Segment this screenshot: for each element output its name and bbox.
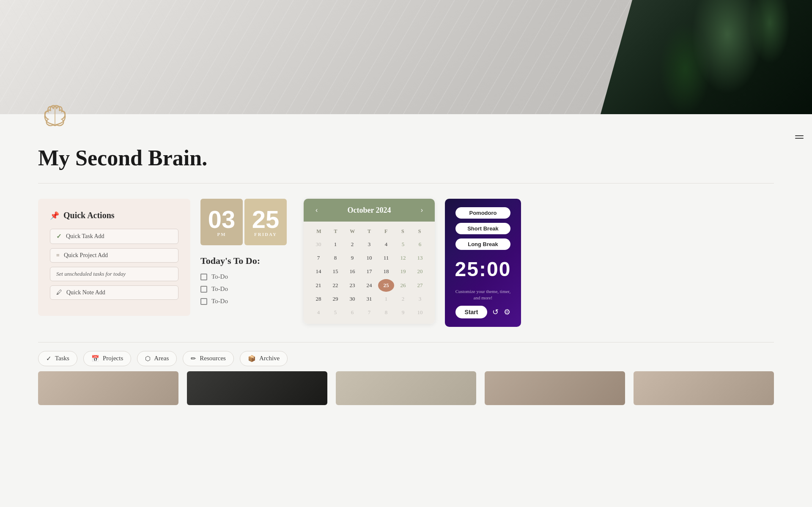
resources-image <box>485 371 625 405</box>
nav-card-projects[interactable]: 📅 Projects <box>83 351 131 366</box>
day-S2: S <box>411 227 428 236</box>
calendar-date[interactable]: 12 <box>395 252 411 264</box>
calendar-date[interactable]: 6 <box>412 238 428 251</box>
calendar-dates: 3012345678910111213141516171819202122232… <box>310 238 428 319</box>
day-S1: S <box>395 227 411 236</box>
quick-task-add-button[interactable]: ✓ Quick Task Add <box>50 229 178 244</box>
pomodoro-mode-button[interactable]: Pomodoro <box>455 207 510 219</box>
calendar-date[interactable]: 7 <box>361 306 377 319</box>
calendar-date[interactable]: 30 <box>310 238 326 251</box>
calendar-date[interactable]: 30 <box>344 293 360 305</box>
calendar-date[interactable]: 5 <box>327 306 343 319</box>
list-icon: ≡ <box>56 252 60 259</box>
pomodoro-subtitle: Customize your theme, timer, and more! <box>452 288 514 301</box>
main-widgets-row: 📌 Quick Actions ✓ Quick Task Add ≡ Quick… <box>0 184 812 342</box>
todo-checkbox-1[interactable] <box>200 274 207 280</box>
calendar-date[interactable]: 7 <box>310 252 326 264</box>
calendar-date[interactable]: 23 <box>344 279 360 292</box>
set-unscheduled-button[interactable]: Set unscheduled tasks for today <box>50 267 178 281</box>
quick-note-add-button[interactable]: 🖊 Quick Note Add <box>50 285 178 300</box>
calendar-date[interactable]: 15 <box>327 265 343 278</box>
calendar-date[interactable]: 14 <box>310 265 326 278</box>
quick-project-add-button[interactable]: ≡ Quick Project Add <box>50 248 178 263</box>
calendar-date[interactable]: 2 <box>344 238 360 251</box>
short-break-button[interactable]: Short Break <box>455 223 510 234</box>
todo-item-2[interactable]: To-Do <box>200 285 294 293</box>
day-T1: T <box>327 227 344 236</box>
todo-checkbox-2[interactable] <box>200 286 207 293</box>
calendar-date[interactable]: 18 <box>378 265 394 278</box>
calendar-date[interactable]: 4 <box>310 306 326 319</box>
areas-image <box>336 371 476 405</box>
pomodoro-start-button[interactable]: Start <box>455 306 488 318</box>
calendar-date[interactable]: 27 <box>412 279 428 292</box>
pomodoro-reset-button[interactable]: ↺ <box>492 307 499 317</box>
todo-section: Today's To Do: To-Do To-Do To-Do <box>200 255 294 305</box>
calendar-date[interactable]: 20 <box>412 265 428 278</box>
calendar-date[interactable]: 13 <box>412 252 428 264</box>
quick-actions-widget: 📌 Quick Actions ✓ Quick Task Add ≡ Quick… <box>38 199 190 316</box>
calendar-date[interactable]: 19 <box>395 265 411 278</box>
calendar-date[interactable]: 6 <box>344 306 360 319</box>
calendar-date[interactable]: 28 <box>310 293 326 305</box>
calendar-date[interactable]: 29 <box>327 293 343 305</box>
archive-label: Archive <box>259 355 280 362</box>
todo-checkbox-3[interactable] <box>200 298 207 305</box>
calendar-date[interactable]: 10 <box>361 252 377 264</box>
calendar-date[interactable]: 31 <box>361 293 377 305</box>
areas-hex-icon: ⬡ <box>145 355 151 362</box>
calendar-date[interactable]: 2 <box>395 293 411 305</box>
calendar-date[interactable]: 11 <box>378 252 394 264</box>
resources-label: Resources <box>200 355 226 362</box>
calendar-date[interactable]: 26 <box>395 279 411 292</box>
qa-header: 📌 Quick Actions <box>50 211 178 220</box>
calendar-date[interactable]: 24 <box>361 279 377 292</box>
calendar-date[interactable]: 8 <box>327 252 343 264</box>
todo-item-1[interactable]: To-Do <box>200 273 294 280</box>
long-break-button[interactable]: Long Break <box>455 238 510 250</box>
calendar-date[interactable]: 3 <box>412 293 428 305</box>
calendar-grid: M T W T F S S 30123456789101112131415161… <box>304 222 435 324</box>
bottom-images-row <box>0 366 812 418</box>
todo-item-3[interactable]: To-Do <box>200 298 294 305</box>
calendar-date[interactable]: 16 <box>344 265 360 278</box>
set-unscheduled-label: Set unscheduled tasks for today <box>56 271 126 277</box>
brain-logo-area <box>0 93 812 141</box>
tasks-image <box>38 371 178 405</box>
calendar-date[interactable]: 10 <box>412 306 428 319</box>
calendar-date[interactable]: 22 <box>327 279 343 292</box>
calendar-date[interactable]: 21 <box>310 279 326 292</box>
day-M: M <box>310 227 327 236</box>
clock-day: FRIDAY <box>254 232 277 237</box>
day-T2: T <box>361 227 378 236</box>
clock-minutes: 25 <box>252 207 280 232</box>
calendar-prev-button[interactable]: ‹ <box>312 205 321 216</box>
calendar-date[interactable]: 1 <box>378 293 394 305</box>
calendar-next-button[interactable]: › <box>417 205 426 216</box>
calendar-date[interactable]: 4 <box>378 238 394 251</box>
calendar-date[interactable]: 9 <box>395 306 411 319</box>
qa-title: Quick Actions <box>63 211 115 220</box>
pomodoro-timer: 25:00 <box>455 258 511 281</box>
calendar-day-names: M T W T F S S <box>310 227 428 236</box>
clock-period: PM <box>217 232 226 237</box>
page-title: My Second Brain. <box>0 141 812 183</box>
check-icon: ✓ <box>56 233 62 240</box>
clock-hours-block: 03 PM <box>200 199 243 245</box>
nav-card-areas[interactable]: ⬡ Areas <box>137 351 177 366</box>
calendar-date[interactable]: 8 <box>378 306 394 319</box>
nav-card-archive[interactable]: 📦 Archive <box>240 351 288 366</box>
calendar-date[interactable]: 9 <box>344 252 360 264</box>
calendar-date[interactable]: 3 <box>361 238 377 251</box>
nav-card-resources[interactable]: ✏ Resources <box>183 351 234 366</box>
projects-label: Projects <box>103 355 123 362</box>
projects-calendar-icon: 📅 <box>91 355 99 362</box>
calendar-date[interactable]: 25 <box>378 279 394 292</box>
calendar-date[interactable]: 5 <box>395 238 411 251</box>
pomodoro-settings-button[interactable]: ⚙ <box>504 307 510 317</box>
calendar-date[interactable]: 1 <box>327 238 343 251</box>
archive-box-icon: 📦 <box>248 355 256 362</box>
nav-card-tasks[interactable]: ✓ Tasks <box>38 351 77 366</box>
projects-image <box>187 371 327 405</box>
calendar-date[interactable]: 17 <box>361 265 377 278</box>
